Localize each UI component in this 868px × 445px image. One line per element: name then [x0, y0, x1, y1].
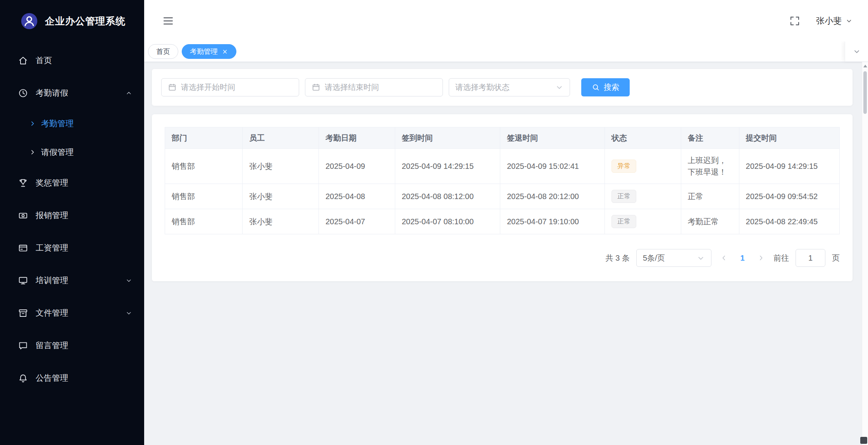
filter-bar: 请选择考勤状态 搜索 [152, 69, 852, 106]
app-logo: 企业办公管理系统 [0, 0, 144, 42]
cell-dept: 销售部 [165, 209, 243, 234]
chevron-right-icon [757, 254, 765, 262]
column-header-status: 状态 [605, 127, 681, 149]
user-menu[interactable]: 张小斐 [816, 15, 852, 27]
cell-checkout: 2025-04-09 15:02:41 [500, 149, 605, 184]
tags-bar: 首页 考勤管理 [144, 41, 868, 62]
column-header-dept: 部门 [165, 127, 243, 149]
chevron-down-icon [853, 48, 861, 55]
sidebar-item-reward-punishment[interactable]: 奖惩管理 [0, 167, 144, 199]
start-date-input[interactable] [181, 83, 293, 92]
cell-remark: 正常 [681, 184, 739, 209]
chat-icon [18, 340, 28, 351]
chevron-up-icon [125, 89, 133, 97]
cell-checkout: 2025-04-08 20:12:00 [500, 184, 605, 209]
calendar-icon [168, 83, 177, 92]
column-header-employee: 员工 [243, 127, 319, 149]
pagination: 共 3 条 5条/页 1 前往 页 [165, 249, 840, 268]
column-header-date: 考勤日期 [319, 127, 395, 149]
tabs-overflow-button[interactable] [845, 41, 868, 62]
sidebar-item-label: 请假管理 [41, 147, 74, 158]
table-header-row: 部门 员工 考勤日期 签到时间 签退时间 状态 备注 提交时间 [165, 127, 840, 149]
pagination-total: 共 3 条 [606, 253, 630, 263]
goto-page-input[interactable] [796, 249, 825, 267]
archive-icon [18, 308, 28, 318]
status-select[interactable]: 请选择考勤状态 [449, 78, 570, 96]
sidebar-item-attendance-leave[interactable]: 考勤请假 [0, 77, 144, 109]
cell-date: 2025-04-07 [319, 209, 395, 234]
sidebar-item-label: 报销管理 [36, 210, 133, 221]
scroll-up-arrow-icon[interactable] [863, 65, 867, 67]
chevron-down-icon [846, 17, 852, 24]
scrollbar[interactable] [862, 62, 868, 445]
prev-page-button[interactable] [718, 254, 730, 262]
card-icon [18, 243, 28, 253]
fullscreen-button[interactable] [789, 15, 801, 27]
sidebar-item-attendance-management[interactable]: 考勤管理 [0, 109, 144, 138]
column-header-checkin: 签到时间 [395, 127, 500, 149]
table-row: 销售部 张小斐 2025-04-08 2025-04-08 08:12:00 2… [165, 184, 840, 209]
next-page-button[interactable] [755, 254, 767, 262]
sidebar-item-label: 文件管理 [36, 308, 118, 318]
sidebar-item-label: 考勤请假 [36, 88, 118, 98]
sidebar-item-salary[interactable]: 工资管理 [0, 232, 144, 264]
cell-submitted: 2025-04-08 22:49:45 [739, 209, 839, 234]
navbar-right: 张小斐 [789, 15, 852, 27]
sidebar-item-announcements[interactable]: 公告管理 [0, 362, 144, 394]
status-badge: 正常 [611, 215, 636, 228]
sidebar-item-training[interactable]: 培训管理 [0, 264, 144, 297]
cell-dept: 销售部 [165, 149, 243, 184]
sidebar-item-reimbursement[interactable]: 报销管理 [0, 199, 144, 232]
sidebar-item-label: 首页 [36, 55, 133, 66]
cell-submitted: 2025-04-09 09:54:52 [739, 184, 839, 209]
sidebar-item-home[interactable]: 首页 [0, 44, 144, 77]
column-header-remark: 备注 [681, 127, 739, 149]
sidebar-item-messages[interactable]: 留言管理 [0, 329, 144, 362]
start-date-picker[interactable] [161, 78, 299, 96]
page-number-1[interactable]: 1 [736, 254, 749, 263]
cell-checkin: 2025-04-07 08:10:00 [395, 209, 500, 234]
main-area: 张小斐 首页 考勤管理 [144, 0, 868, 445]
logo-icon [20, 12, 38, 30]
close-icon[interactable] [222, 48, 228, 55]
tab-attendance-management[interactable]: 考勤管理 [182, 44, 236, 59]
sidebar-item-files[interactable]: 文件管理 [0, 297, 144, 329]
sidebar-item-leave-management[interactable]: 请假管理 [0, 138, 144, 167]
end-date-input[interactable] [325, 83, 436, 92]
cell-date: 2025-04-09 [319, 149, 395, 184]
sidebar-toggle-button[interactable] [162, 15, 174, 27]
sidebar-item-label: 公告管理 [36, 373, 133, 383]
table-row: 销售部 张小斐 2025-04-09 2025-04-09 14:29:15 2… [165, 149, 840, 184]
page-size-select[interactable]: 5条/页 [636, 249, 711, 267]
chevron-right-icon [29, 120, 36, 127]
calendar-icon [312, 83, 320, 92]
column-header-checkout: 签退时间 [500, 127, 605, 149]
cell-status: 异常 [605, 149, 681, 184]
scrollbar-thumb[interactable] [863, 71, 867, 114]
cell-employee: 张小斐 [243, 184, 319, 209]
cell-submitted: 2025-04-09 14:29:15 [739, 149, 839, 184]
status-badge: 正常 [611, 190, 636, 203]
chevron-down-icon [555, 83, 563, 91]
search-button[interactable]: 搜索 [581, 78, 630, 96]
tab-home[interactable]: 首页 [148, 44, 178, 59]
tab-label: 考勤管理 [190, 47, 218, 56]
goto-label: 前往 [773, 253, 789, 263]
cell-checkin: 2025-04-09 14:29:15 [395, 149, 500, 184]
clock-icon [18, 88, 28, 98]
page-unit-label: 页 [832, 253, 840, 263]
chevron-left-icon [720, 254, 728, 262]
column-header-submitted: 提交时间 [739, 127, 839, 149]
table-row: 销售部 张小斐 2025-04-07 2025-04-07 08:10:00 2… [165, 209, 840, 234]
fold-icon [162, 15, 174, 27]
chevron-right-icon [29, 148, 36, 156]
attendance-card: 部门 员工 考勤日期 签到时间 签退时间 状态 备注 提交时间 销售部 [152, 114, 852, 281]
page-content: 请选择考勤状态 搜索 部门 [144, 62, 868, 445]
status-select-placeholder: 请选择考勤状态 [455, 82, 510, 93]
sidebar-item-label: 留言管理 [36, 340, 133, 351]
fullscreen-icon [789, 15, 801, 27]
sidebar-item-label: 工资管理 [36, 242, 133, 253]
monitor-icon [18, 275, 28, 286]
bell-icon [18, 373, 28, 383]
end-date-picker[interactable] [305, 78, 443, 96]
